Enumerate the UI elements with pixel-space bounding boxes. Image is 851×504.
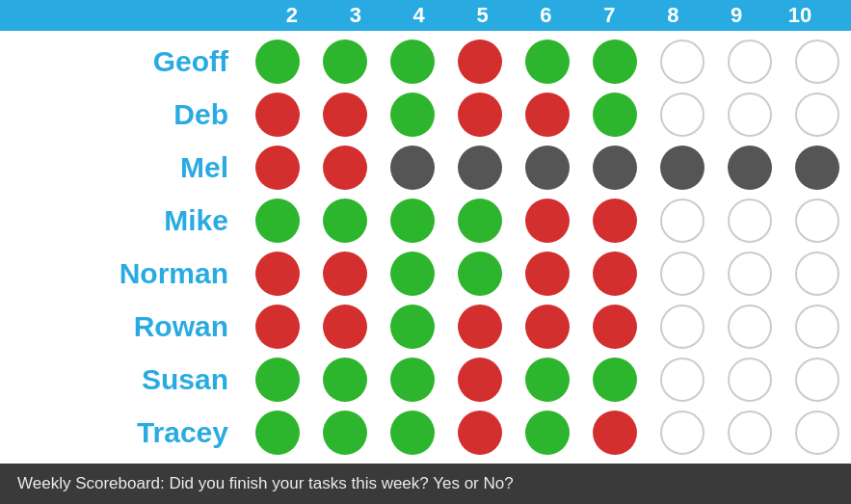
dot-cell-susan-3 (446, 358, 514, 402)
dots-area-rowan (244, 305, 851, 349)
dot-tracey-6 (660, 411, 705, 455)
dot-cell-susan-2 (379, 358, 446, 402)
dot-cell-mel-5 (581, 146, 649, 190)
dot-deb-7 (728, 93, 772, 137)
dot-cell-tracey-7 (716, 411, 784, 455)
dot-cell-norman-0 (244, 252, 311, 296)
row-tracey: Tracey (0, 407, 851, 459)
dot-cell-geoff-4 (514, 40, 581, 84)
dot-deb-4 (525, 93, 570, 137)
dot-susan-6 (660, 358, 705, 402)
dot-tracey-3 (458, 411, 502, 455)
dot-cell-geoff-1 (311, 40, 379, 84)
dot-cell-geoff-5 (581, 40, 649, 84)
dot-cell-susan-4 (514, 358, 581, 402)
dot-cell-rowan-2 (379, 305, 446, 349)
dot-tracey-4 (525, 411, 570, 455)
dot-mike-2 (390, 199, 435, 243)
dot-norman-8 (795, 252, 839, 296)
dot-cell-rowan-4 (514, 305, 581, 349)
dot-geoff-5 (593, 40, 637, 84)
dot-cell-rowan-6 (649, 305, 716, 349)
dot-cell-mike-3 (446, 199, 514, 243)
dot-deb-0 (255, 93, 300, 137)
dot-mel-5 (593, 146, 637, 190)
dot-cell-norman-4 (514, 252, 581, 296)
dot-cell-geoff-0 (244, 40, 311, 84)
row-label-susan: Susan (0, 363, 244, 396)
dot-cell-mike-6 (649, 199, 716, 243)
dot-cell-geoff-7 (716, 40, 784, 84)
dot-rowan-5 (593, 305, 637, 349)
dot-cell-norman-2 (379, 252, 446, 296)
dot-norman-4 (525, 252, 570, 296)
dot-cell-susan-5 (581, 358, 649, 402)
footer-bar: Weekly Scoreboard: Did you finish your t… (0, 464, 851, 504)
dot-cell-mike-2 (379, 199, 446, 243)
row-label-mike: Mike (0, 204, 244, 237)
dot-norman-5 (593, 252, 637, 296)
dot-cell-mel-8 (784, 146, 851, 190)
dot-mel-4 (525, 146, 570, 190)
row-mel: Mel (0, 142, 851, 194)
dot-cell-mike-7 (716, 199, 784, 243)
dot-cell-rowan-5 (581, 305, 649, 349)
dot-geoff-8 (795, 40, 839, 84)
dots-area-mike (244, 199, 851, 243)
dot-mel-8 (795, 146, 839, 190)
dot-mike-3 (458, 199, 502, 243)
dot-cell-rowan-3 (446, 305, 514, 349)
dot-cell-deb-6 (649, 93, 716, 137)
dot-deb-1 (323, 93, 367, 137)
dot-cell-susan-8 (784, 358, 851, 402)
row-label-tracey: Tracey (0, 416, 244, 449)
dot-mel-0 (255, 146, 300, 190)
dot-cell-tracey-0 (244, 411, 311, 455)
dot-geoff-2 (390, 40, 435, 84)
dot-susan-3 (458, 358, 502, 402)
row-label-geoff: Geoff (0, 45, 244, 78)
dot-geoff-7 (728, 40, 772, 84)
row-susan: Susan (0, 354, 851, 406)
col-header-10: 10 (768, 3, 832, 28)
dot-cell-deb-2 (379, 93, 446, 137)
dot-deb-6 (660, 93, 705, 137)
dot-cell-mel-4 (514, 146, 581, 190)
dot-cell-susan-0 (244, 358, 311, 402)
dot-cell-mel-3 (446, 146, 514, 190)
dot-mel-3 (458, 146, 502, 190)
row-mike: Mike (0, 195, 851, 247)
dot-tracey-1 (323, 411, 367, 455)
dot-deb-8 (795, 93, 839, 137)
dot-geoff-1 (323, 40, 367, 84)
dot-cell-geoff-8 (784, 40, 851, 84)
dot-mel-1 (323, 146, 367, 190)
dot-rowan-6 (660, 305, 705, 349)
dot-mike-6 (660, 199, 705, 243)
row-label-norman: Norman (0, 257, 244, 290)
dot-cell-tracey-1 (311, 411, 379, 455)
row-rowan: Rowan (0, 301, 851, 353)
dot-cell-geoff-6 (649, 40, 716, 84)
dot-cell-deb-1 (311, 93, 379, 137)
dot-rowan-0 (255, 305, 300, 349)
dot-rowan-7 (728, 305, 772, 349)
dot-cell-mel-0 (244, 146, 311, 190)
dot-rowan-1 (323, 305, 367, 349)
dot-cell-norman-6 (649, 252, 716, 296)
dot-cell-rowan-8 (784, 305, 851, 349)
col-header-7: 7 (577, 3, 641, 28)
dot-norman-6 (660, 252, 705, 296)
dot-mel-6 (660, 146, 705, 190)
dot-geoff-0 (255, 40, 300, 84)
dot-cell-mike-0 (244, 199, 311, 243)
row-norman: Norman (0, 248, 851, 300)
dot-susan-5 (593, 358, 637, 402)
dot-geoff-4 (525, 40, 570, 84)
dot-geoff-3 (458, 40, 502, 84)
dot-mike-4 (525, 199, 570, 243)
dot-norman-7 (728, 252, 772, 296)
dot-cell-deb-4 (514, 93, 581, 137)
col-header-4: 4 (387, 3, 451, 28)
dot-cell-deb-8 (784, 93, 851, 137)
